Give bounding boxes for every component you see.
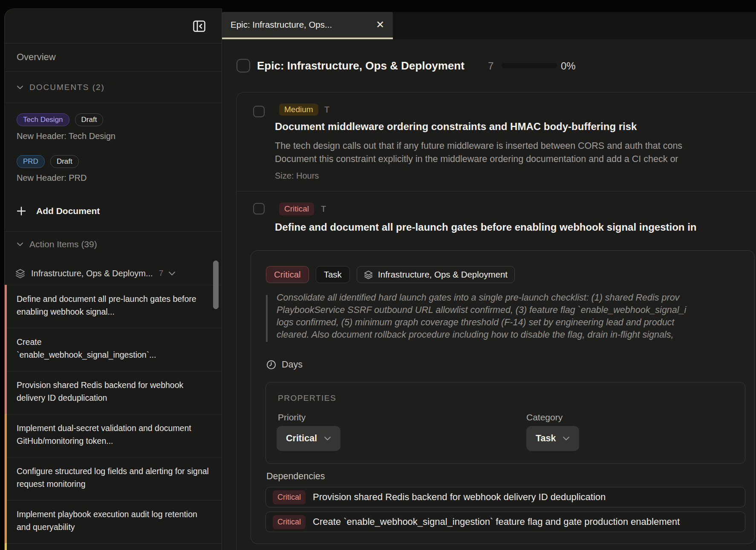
sidebar-collapse-icon[interactable] (193, 20, 205, 32)
chevron-down-icon (17, 242, 23, 246)
documents-section-header[interactable]: DOCUMENTS (2) (5, 72, 222, 103)
priority-dropdown[interactable]: Critical (277, 426, 340, 451)
priority-badge: Medium (279, 104, 318, 116)
dependency-title: Provision shared Redis backend for webho… (313, 492, 606, 503)
sidebar-scrollbar[interactable] (213, 261, 219, 309)
list-item-label: Configure structured log fields and aler… (5, 457, 222, 490)
document-row-badges: PRD Draft (17, 155, 79, 168)
effort-row: Days (266, 359, 303, 370)
category-field-label: Category (526, 412, 563, 423)
divider (5, 231, 222, 232)
tab-title: Epic: Infrastructure, Ops... (231, 20, 370, 30)
dependencies-label: Dependencies (266, 471, 325, 482)
severity-bar (5, 371, 7, 414)
list-item[interactable]: Create `enable_webhook_signal_ingestion`… (5, 328, 222, 371)
task-checkbox[interactable] (253, 106, 265, 117)
properties-panel: PROPERTIES Priority Critical Category Ta… (265, 382, 745, 464)
epic-pill-label: Infrastructure, Ops & Deployment (378, 266, 508, 283)
layers-icon (15, 269, 25, 278)
epic-progress-bar (502, 63, 557, 68)
doc-type-badge: Tech Design (17, 113, 69, 126)
task-title[interactable]: Define and document all pre-launch gates… (275, 221, 756, 233)
severity-bar (5, 328, 7, 371)
list-item-label (5, 544, 222, 550)
sidebar-header (5, 9, 222, 43)
epic-task-count: 7 (488, 60, 493, 72)
priority-field-label: Priority (278, 412, 306, 423)
documents-header-label: DOCUMENTS (2) (29, 83, 105, 92)
document-row-badges: Tech Design Draft (17, 113, 103, 126)
tab-epic[interactable]: Epic: Infrastructure, Ops... ✕ (222, 12, 393, 39)
list-item-label: Implement dual-secret validation and doc… (5, 414, 222, 447)
plus-icon (17, 206, 26, 216)
dependency-item[interactable]: Critical Provision shared Redis backend … (265, 487, 745, 507)
dependency-item[interactable]: Critical Create `enable_webhook_signal_i… (265, 512, 745, 532)
task-size: Size: Hours (275, 171, 319, 181)
list-item-label: Create `enable_webhook_signal_ingestion`… (5, 328, 222, 361)
list-item-label: Provision shared Redis backend for webho… (5, 371, 222, 404)
doc-status-badge: Draft (75, 113, 104, 126)
severity-bar (5, 414, 7, 457)
doc-status-badge: Draft (50, 155, 79, 168)
close-icon[interactable]: ✕ (376, 20, 384, 30)
priority-pill[interactable]: Critical (266, 266, 309, 283)
priority-badge: Critical (279, 203, 314, 215)
list-item-label: Implement playbook execution audit log r… (5, 501, 222, 533)
severity-bar (5, 285, 7, 328)
task-description: The tech design calls out that if any fu… (275, 139, 756, 166)
divider (237, 191, 756, 191)
layers-icon (364, 270, 373, 279)
severity-bar (5, 543, 7, 550)
overview-label: Overview (17, 52, 56, 63)
category-pill[interactable]: Task (316, 266, 350, 283)
category-dropdown-value: Task (536, 433, 556, 444)
doc-type-badge: PRD (17, 155, 45, 168)
priority-dropdown-value: Critical (286, 433, 317, 444)
document-item[interactable]: New Header: Tech Design (17, 131, 115, 141)
category-dropdown[interactable]: Task (526, 426, 579, 451)
list-item[interactable]: Provision shared Redis backend for webho… (5, 371, 222, 414)
group-label: Infrastructure, Ops & Deploym... (31, 269, 153, 278)
properties-header: PROPERTIES (278, 394, 336, 403)
list-item[interactable]: Implement dual-secret validation and doc… (5, 414, 222, 457)
task-type-letter: T (324, 105, 329, 115)
severity-bar (5, 457, 7, 500)
list-item[interactable]: Implement playbook execution audit log r… (5, 500, 222, 543)
epic-progress-percent: 0% (561, 60, 576, 72)
document-item[interactable]: New Header: PRD (17, 173, 87, 183)
dependency-priority-badge: Critical (273, 515, 306, 529)
blockquote-bar (266, 295, 268, 342)
page-title: Epic: Infrastructure, Ops & Deployment (257, 59, 465, 72)
epic-checkbox[interactable] (237, 59, 250, 72)
chevron-down-icon (563, 436, 570, 441)
list-item[interactable]: Define and document all pre-launch gates… (5, 285, 222, 328)
action-items-header-label: Action Items (39) (29, 239, 97, 249)
sidebar-item-overview[interactable]: Overview (5, 43, 222, 72)
task-detail-panel: Critical Task Infrastructure, Ops & Depl… (251, 250, 755, 544)
sidebar: Overview DOCUMENTS (2) Tech Design Draft… (4, 9, 222, 550)
action-items-section-header[interactable]: Action Items (39) (17, 239, 97, 249)
list-item[interactable] (5, 543, 222, 550)
epic-pill[interactable]: Infrastructure, Ops & Deployment (357, 266, 515, 283)
list-item-label: Define and document all pre-launch gates… (5, 285, 222, 318)
add-document-button[interactable]: Add Document (17, 206, 100, 216)
task-title[interactable]: Document middleware ordering constraints… (275, 121, 756, 133)
add-document-label: Add Document (36, 206, 100, 216)
chevron-down-icon (324, 436, 331, 441)
task-detail-description: Consolidate all identified hard launch g… (277, 292, 751, 341)
list-item[interactable]: Configure structured log fields and aler… (5, 457, 222, 500)
action-items-list: Define and document all pre-launch gates… (5, 285, 222, 550)
dependency-priority-badge: Critical (273, 490, 306, 504)
detail-badges-row: Critical Task Infrastructure, Ops & Depl… (266, 266, 515, 283)
task-checkbox[interactable] (253, 203, 265, 214)
severity-bar (5, 500, 7, 543)
effort-label: Days (282, 359, 303, 370)
chevron-down-icon (168, 271, 176, 276)
clock-icon (266, 360, 276, 370)
group-count: 7 (159, 269, 164, 278)
sidebar-group-infrastructure[interactable]: Infrastructure, Ops & Deploym... 7 (15, 266, 213, 281)
task-type-letter: T (321, 204, 326, 214)
dependency-title: Create `enable_webhook_signal_ingestion`… (313, 516, 680, 527)
chevron-down-icon (17, 85, 23, 90)
